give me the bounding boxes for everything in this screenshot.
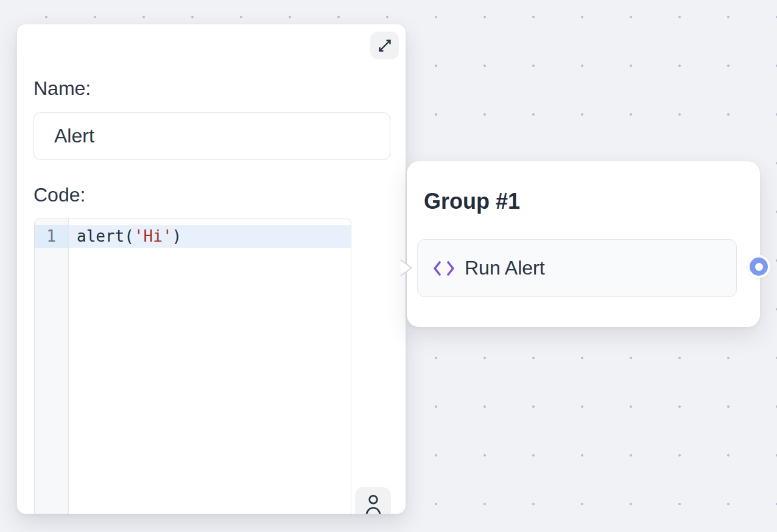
group-node[interactable]: Group #1 Run Alert xyxy=(407,161,760,327)
connection-handle[interactable] xyxy=(747,255,770,278)
expand-button[interactable] xyxy=(370,32,399,59)
connection-handle-hole xyxy=(755,263,763,271)
code-icon xyxy=(433,261,455,276)
code-label: Code: xyxy=(33,183,85,206)
group-title: Group #1 xyxy=(424,188,520,215)
name-input[interactable] xyxy=(33,112,390,160)
code-content[interactable]: alert('Hi') xyxy=(69,219,351,514)
flow-canvas[interactable]: Name: Code: 1 alert('Hi') Group #1 xyxy=(0,0,777,532)
code-token-plain: ) xyxy=(172,227,182,245)
expand-icon xyxy=(376,37,393,54)
name-label: Name: xyxy=(33,77,91,100)
user-button[interactable] xyxy=(355,487,391,514)
line-number-gutter: 1 xyxy=(35,219,69,514)
code-token-plain: alert( xyxy=(77,227,134,245)
run-alert-node[interactable]: Run Alert xyxy=(417,239,737,297)
node-label: Run Alert xyxy=(465,257,545,279)
code-token-string: 'Hi' xyxy=(134,227,172,245)
code-editor[interactable]: 1 alert('Hi') xyxy=(34,219,351,514)
line-number: 1 xyxy=(35,225,68,248)
person-icon xyxy=(362,494,384,514)
chevron-right-icon xyxy=(397,256,415,280)
connection-handle-ring xyxy=(750,257,768,276)
code-line: alert('Hi') xyxy=(69,225,351,248)
node-editor-panel: Name: Code: 1 alert('Hi') xyxy=(17,24,406,514)
